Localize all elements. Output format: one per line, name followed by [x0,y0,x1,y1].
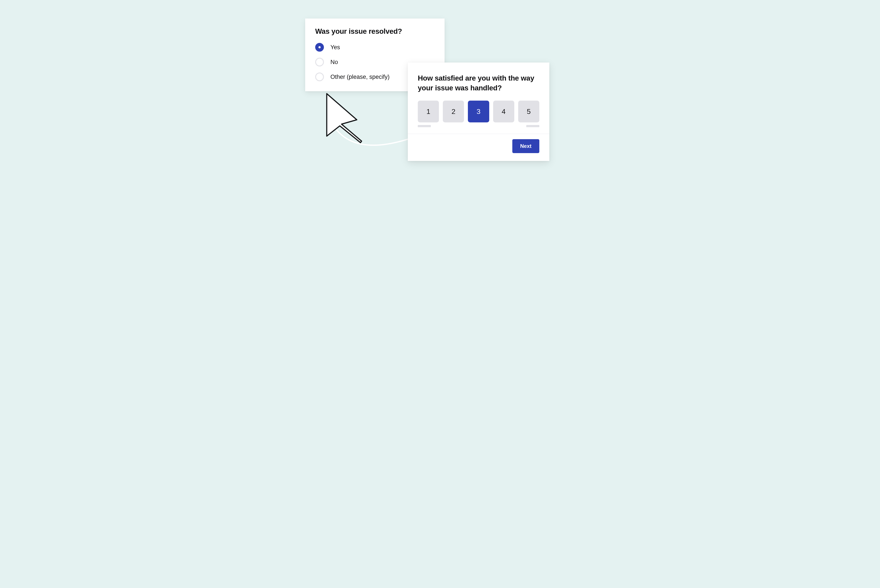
stage: Was your issue resolved? Yes No Other (p… [281,0,599,213]
satisfaction-question-card: How satisfied are you with the way your … [408,63,550,161]
connector-curve-icon [331,122,418,165]
radio-label: Other (please, specify) [330,74,390,80]
cursor-arrow-icon [318,92,366,148]
scale-anchor-low [418,125,431,127]
rating-button-2[interactable]: 2 [443,100,464,122]
rating-button-4[interactable]: 4 [493,100,514,122]
satisfaction-question-title: How satisfied are you with the way your … [418,74,539,93]
next-button[interactable]: Next [512,139,539,153]
rating-scale: 1 2 3 4 5 [418,100,539,122]
radio-dot-icon [318,46,321,48]
rating-button-3[interactable]: 3 [468,100,489,122]
radio-indicator [315,58,324,66]
rating-button-1[interactable]: 1 [418,100,439,122]
rating-button-5[interactable]: 5 [518,100,539,122]
radio-label: Yes [330,44,340,51]
resolved-question-title: Was your issue resolved? [315,27,434,36]
radio-option-yes[interactable]: Yes [315,43,434,52]
radio-label: No [330,59,338,66]
card-footer: Next [418,139,539,153]
scale-anchor-high [526,125,539,127]
scale-anchor-row [418,125,539,127]
radio-indicator [315,43,324,52]
radio-indicator [315,72,324,81]
